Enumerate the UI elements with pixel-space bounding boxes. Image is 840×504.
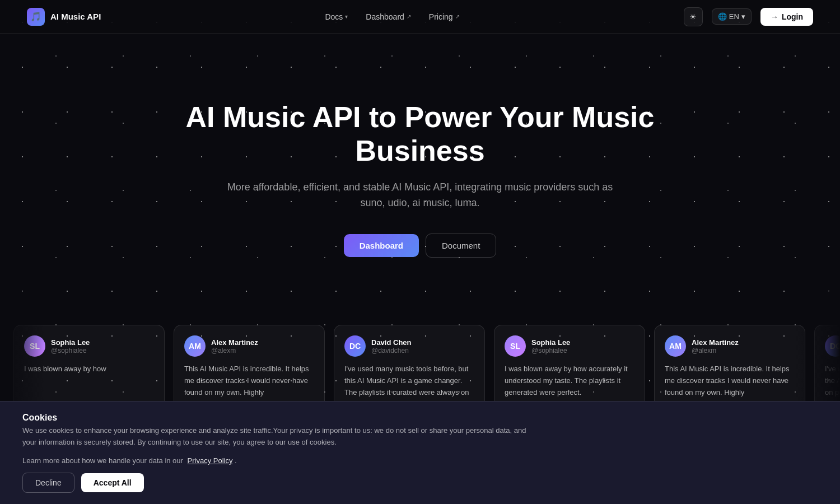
- hero-section: AI Music API to Power Your Music Busines…: [0, 34, 840, 291]
- card-header: SL Sophia Lee @sophialee: [24, 335, 154, 357]
- card-user-info: David Chen @davidchen: [371, 338, 412, 354]
- card-user-handle: @davidchen: [371, 347, 412, 354]
- hero-title: AI Music API to Power Your Music Busines…: [168, 101, 672, 168]
- globe-icon: 🌐: [718, 12, 727, 21]
- nav-pricing-link[interactable]: Pricing ↗: [429, 12, 460, 21]
- cookie-actions: Decline Accept All: [22, 473, 818, 493]
- hero-buttons: Dashboard Document: [27, 234, 813, 258]
- nav-center: Docs ▾ Dashboard ↗ Pricing ↗: [325, 12, 459, 21]
- card-user-handle: @sophialee: [51, 347, 90, 354]
- nav-dashboard-link[interactable]: Dashboard ↗: [366, 12, 411, 21]
- cookie-accept-button[interactable]: Accept All: [81, 473, 144, 492]
- card-user-info: Alex Martinez @alexm: [211, 338, 258, 354]
- card-user-handle: @sophialee: [531, 347, 570, 354]
- logo-text: AI Music API: [50, 12, 101, 21]
- card-user-info: Alex Martinez @alexm: [692, 338, 739, 354]
- card-user-handle: @alexm: [211, 347, 258, 354]
- external-link-icon-pricing: ↗: [455, 13, 460, 20]
- nav-left: 🎵 AI Music API: [27, 8, 101, 26]
- avatar: SL: [24, 335, 45, 357]
- card-user-name: Alex Martinez: [211, 338, 258, 347]
- hero-dashboard-button[interactable]: Dashboard: [344, 234, 419, 257]
- card-user-name: Sophia Lee: [51, 338, 90, 347]
- card-user-name: David Chen: [371, 338, 412, 347]
- cookie-decline-button[interactable]: Decline: [22, 473, 74, 493]
- avatar: SL: [505, 335, 526, 357]
- login-button[interactable]: → Login: [760, 8, 813, 26]
- privacy-policy-link[interactable]: Privacy Policy: [188, 456, 233, 465]
- nav-right: ☀ 🌐 EN ▾ → Login: [684, 7, 813, 26]
- avatar: AM: [665, 335, 686, 357]
- logo-icon: 🎵: [27, 8, 45, 26]
- card-user-info: Sophia Lee @sophialee: [531, 338, 570, 354]
- chevron-down-icon-lang: ▾: [741, 12, 745, 21]
- avatar: DC: [344, 335, 366, 357]
- card-header: DC David Chen @davidchen: [344, 335, 474, 357]
- cookie-text: We use cookies to enhance your browsing …: [22, 425, 526, 449]
- card-text: I was blown away by how: [24, 363, 154, 375]
- card-text: I was blown away by how accurately it un…: [505, 363, 634, 398]
- hero-document-button[interactable]: Document: [426, 234, 496, 258]
- card-header: AM Alex Martinez @alexm: [184, 335, 314, 357]
- avatar: AM: [184, 335, 206, 357]
- navigation: 🎵 AI Music API Docs ▾ Dashboard ↗ Pricin…: [0, 0, 840, 34]
- card-user-name: Sophia Lee: [531, 338, 570, 347]
- card-header: AM Alex Martinez @alexm: [665, 335, 795, 357]
- login-icon: →: [771, 12, 778, 21]
- card-user-info: Sophia Lee @sophialee: [51, 338, 90, 354]
- nav-docs-link[interactable]: Docs ▾: [325, 12, 348, 21]
- cookie-learn-more: Learn more about how we handle your data…: [22, 456, 818, 465]
- avatar: DC: [825, 335, 840, 357]
- theme-toggle-button[interactable]: ☀: [684, 7, 703, 26]
- card-user-name: Alex Martinez: [692, 338, 739, 347]
- hero-subtitle: More affordable, efficient, and stable A…: [224, 179, 616, 212]
- card-header: SL Sophia Lee @sophialee: [505, 335, 634, 357]
- card-text: I've used many music tools before. But t…: [825, 363, 840, 398]
- card-user-handle: @alexm: [692, 347, 739, 354]
- chevron-down-icon: ▾: [345, 13, 348, 20]
- external-link-icon: ↗: [407, 13, 411, 20]
- card-header: DC David Chen @davidchen: [825, 335, 840, 357]
- cookie-banner: Cookies We use cookies to enhance your b…: [0, 401, 840, 504]
- language-selector[interactable]: 🌐 EN ▾: [712, 8, 752, 25]
- cookie-title: Cookies: [22, 413, 818, 423]
